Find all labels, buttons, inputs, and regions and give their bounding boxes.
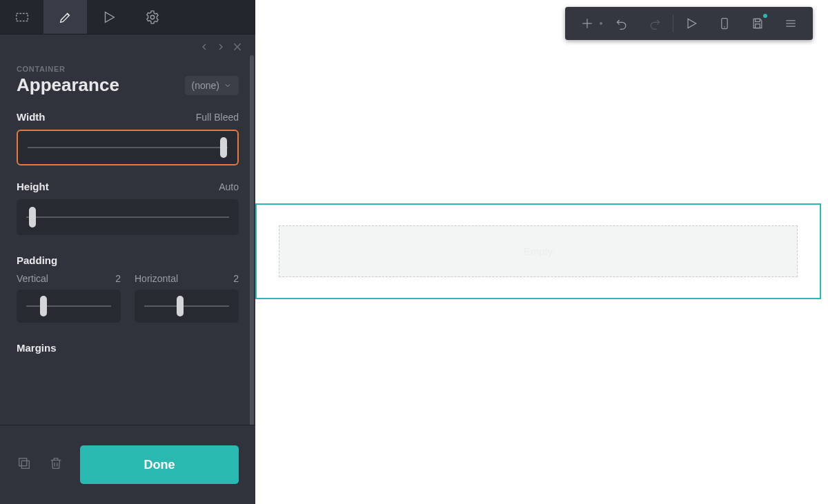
panel-title: Appearance [17,74,119,96]
panel-tabs [0,0,255,34]
svg-rect-6 [21,461,29,468]
redo-icon [648,17,662,30]
margins-label: Margins [17,342,57,354]
svg-marker-1 [105,12,114,22]
height-label: Height [17,181,49,192]
play-icon [684,17,698,30]
empty-label: Empty [524,245,553,257]
done-button[interactable]: Done [80,445,239,484]
width-slider-track [28,147,228,148]
style-selector-value: (none) [192,80,219,91]
padding-label: Padding [17,254,57,266]
device-preview-button[interactable] [708,7,741,40]
trash-icon [48,456,63,471]
svg-rect-14 [756,19,760,21]
padding-vertical-handle[interactable] [40,296,47,316]
preview-button[interactable] [675,7,708,40]
selected-container[interactable]: Empty [255,203,821,299]
padding-vertical-slider[interactable] [17,290,121,323]
save-button[interactable] [741,7,774,40]
panel-footer: Done [0,425,255,504]
svg-rect-15 [756,24,760,28]
add-button[interactable] [571,7,604,40]
padding-vertical-label: Vertical [17,273,48,284]
panel-nav [0,34,255,55]
tab-appearance[interactable] [43,0,87,34]
eyebrow-label: CONTAINER [17,65,239,73]
undo-icon [615,17,629,30]
close-icon[interactable] [232,41,243,52]
padding-row: Vertical 2 Horizontal 2 [17,273,239,323]
editor-side-panel: CONTAINER Appearance (none) Width Full B… [0,0,255,504]
plus-icon [580,17,594,30]
canvas[interactable]: Empty [255,0,828,504]
width-slider-handle[interactable] [220,137,227,158]
tab-select[interactable] [0,0,43,34]
select-rectangle-icon [14,10,30,25]
unsaved-indicator [763,14,767,18]
padding-horizontal-label: Horizontal [135,273,178,284]
height-value: Auto [219,181,239,192]
tab-settings[interactable] [130,0,174,34]
redo-button[interactable] [638,7,671,40]
width-label: Width [17,111,46,123]
save-icon [751,17,765,30]
chevron-down-icon [224,81,232,90]
width-value: Full Bleed [196,112,239,123]
play-icon [101,10,117,25]
style-selector-dropdown[interactable]: (none) [185,76,239,95]
height-slider-handle[interactable] [29,207,36,228]
paintbrush-icon [58,10,73,25]
svg-point-2 [150,15,155,19]
gear-icon [145,10,160,25]
toolbar-separator [673,14,673,32]
duplicate-icon [17,456,32,471]
height-slider[interactable] [17,199,239,235]
duplicate-button[interactable] [17,456,32,474]
floating-toolbar [565,7,813,40]
padding-horizontal-slider[interactable] [135,290,239,323]
padding-vertical-value: 2 [115,273,121,284]
undo-button[interactable] [605,7,638,40]
svg-rect-5 [19,458,27,466]
width-slider[interactable] [17,130,239,165]
chevron-left-icon[interactable] [199,41,210,52]
svg-rect-0 [16,13,28,21]
padding-horizontal-handle[interactable] [177,296,184,316]
mobile-icon [718,17,731,30]
scrollbar[interactable] [250,55,254,425]
empty-dropzone[interactable]: Empty [279,225,798,277]
height-slider-track [26,216,229,218]
panel-body: CONTAINER Appearance (none) Width Full B… [0,55,255,425]
hamburger-icon [784,17,798,30]
menu-button[interactable] [774,7,807,40]
delete-button[interactable] [48,456,63,474]
chevron-right-icon[interactable] [215,41,226,52]
padding-horizontal-value: 2 [233,273,239,284]
tab-animate[interactable] [87,0,130,34]
svg-marker-11 [688,19,696,28]
